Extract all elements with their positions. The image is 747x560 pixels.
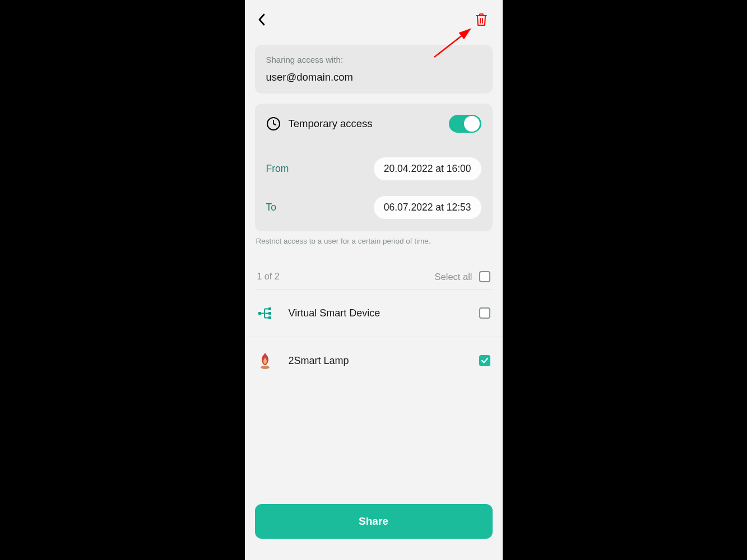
to-label: To	[266, 202, 276, 213]
share-with-value: user@domain.com	[266, 71, 481, 83]
device-name-label: Virtual Smart Device	[289, 307, 381, 319]
share-button[interactable]: Share	[255, 504, 493, 539]
trash-icon	[475, 13, 488, 26]
device-row[interactable]: 2Smart Lamp	[245, 337, 503, 384]
checkmark-icon	[481, 357, 489, 364]
clock-icon	[266, 116, 281, 131]
temporary-access-header: Temporary access	[255, 104, 493, 145]
svg-rect-5	[268, 307, 271, 310]
from-label: From	[266, 163, 289, 175]
temporary-access-hint: Restrict access to a user for a certain …	[256, 237, 491, 245]
temporary-access-card: Temporary access From 20.04.2022 at 16:0…	[255, 104, 493, 231]
temporary-access-toggle[interactable]	[449, 115, 481, 133]
to-value-pill[interactable]: 06.07.2022 at 12:53	[374, 196, 481, 219]
device-list-header: 1 of 2 Select all	[255, 271, 493, 290]
device-row[interactable]: Virtual Smart Device	[245, 290, 503, 337]
from-value-pill[interactable]: 20.04.2022 at 16:00	[374, 157, 481, 180]
phone-frame: Sharing access with: user@domain.com Tem…	[245, 0, 503, 560]
device-checkbox[interactable]	[479, 355, 490, 366]
to-row: To 06.07.2022 at 12:53	[255, 193, 493, 231]
select-all-label: Select all	[435, 272, 472, 282]
select-all-group[interactable]: Select all	[435, 271, 490, 282]
top-bar	[245, 0, 503, 39]
svg-point-8	[261, 366, 270, 369]
temporary-access-title: Temporary access	[289, 118, 373, 130]
from-row: From 20.04.2022 at 16:00	[255, 145, 493, 193]
back-button[interactable]	[250, 8, 273, 31]
svg-rect-7	[268, 316, 271, 319]
device-name-label: 2Smart Lamp	[289, 355, 349, 367]
svg-rect-6	[268, 312, 271, 315]
svg-rect-4	[258, 312, 261, 315]
share-with-label: Sharing access with:	[266, 55, 481, 64]
delete-button[interactable]	[470, 8, 493, 31]
network-icon	[256, 304, 274, 322]
share-with-card: Sharing access with: user@domain.com	[255, 45, 493, 94]
selection-counter: 1 of 2	[257, 272, 280, 282]
flame-icon	[256, 352, 274, 370]
device-checkbox[interactable]	[479, 307, 490, 319]
back-chevron-icon	[258, 13, 266, 26]
select-all-checkbox[interactable]	[479, 271, 490, 282]
